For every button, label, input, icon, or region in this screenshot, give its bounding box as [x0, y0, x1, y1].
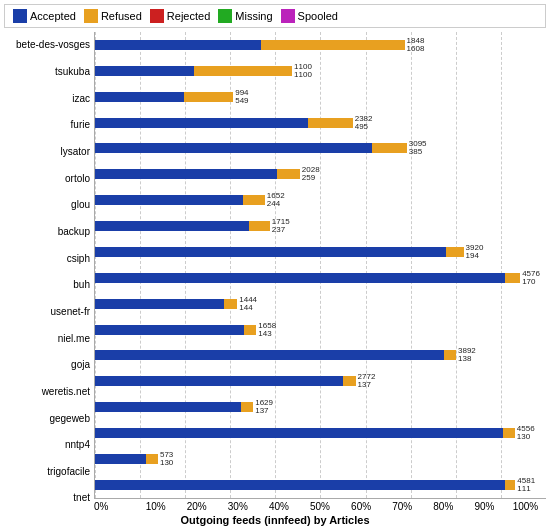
bar-accepted-weretis.net	[95, 376, 343, 386]
bar-row-niel.me: 1658 143	[95, 321, 546, 339]
legend-label-missing: Missing	[235, 10, 272, 22]
x-label-100%: 100%	[505, 501, 546, 512]
bar-row-csiph: 3920 194	[95, 243, 546, 261]
legend-color-accepted	[13, 9, 27, 23]
bar-refused-backup	[249, 221, 270, 231]
legend-color-rejected	[150, 9, 164, 23]
legend-label-rejected: Rejected	[167, 10, 210, 22]
bar-row-glou: 1652 244	[95, 191, 546, 209]
bar-refused-tsukuba	[194, 66, 293, 76]
bar-refused-usenet-fr	[224, 299, 237, 309]
y-label-tnet: tnet	[4, 492, 90, 504]
y-label-bete-des-vosges: bete-des-vosges	[4, 39, 90, 51]
bar-label-goja: 3892 138	[458, 347, 476, 363]
legend-color-missing	[218, 9, 232, 23]
y-label-glou: glou	[4, 199, 90, 211]
y-label-trigofacile: trigofacile	[4, 466, 90, 478]
y-label-gegeweb: gegeweb	[4, 413, 90, 425]
y-label-niel.me: niel.me	[4, 333, 90, 345]
y-label-csiph: csiph	[4, 253, 90, 265]
y-label-usenet-fr: usenet-fr	[4, 306, 90, 318]
bar-row-usenet-fr: 1444 144	[95, 295, 546, 313]
bar-refused-gegeweb	[241, 402, 253, 412]
bar-row-furie: 2382 495	[95, 114, 546, 132]
bar-refused-niel.me	[244, 325, 257, 335]
bar-accepted-tsukuba	[95, 66, 194, 76]
bar-label-gegeweb: 1629 137	[255, 399, 273, 415]
x-label-20%: 20%	[176, 501, 217, 512]
bar-label-izac: 994 549	[235, 89, 248, 105]
bar-label-buh: 4576 170	[522, 270, 540, 286]
y-label-tsukuba: tsukuba	[4, 66, 90, 78]
bar-label-trigofacile: 573 130	[160, 451, 173, 467]
bar-refused-weretis.net	[343, 376, 355, 386]
chart-container: AcceptedRefusedRejectedMissingSpooled be…	[0, 0, 550, 530]
legend-item-accepted: Accepted	[13, 9, 76, 23]
bar-row-nntp4: 4556 130	[95, 424, 546, 442]
bar-refused-furie	[308, 118, 352, 128]
legend-color-spooled	[281, 9, 295, 23]
bar-refused-glou	[243, 195, 265, 205]
bar-row-gegeweb: 1629 137	[95, 398, 546, 416]
x-label-10%: 10%	[135, 501, 176, 512]
bar-row-backup: 1715 237	[95, 217, 546, 235]
bar-accepted-goja	[95, 350, 444, 360]
chart-title: Outgoing feeds (innfeed) by Articles	[4, 514, 546, 526]
bar-accepted-gegeweb	[95, 402, 241, 412]
bar-row-tnet: 4581 111	[95, 476, 546, 494]
bar-label-tnet: 4581 111	[517, 477, 535, 493]
bar-label-nntp4: 4556 130	[517, 425, 535, 441]
legend-label-refused: Refused	[101, 10, 142, 22]
bar-label-tsukuba: 1100 1100	[294, 63, 312, 79]
bar-accepted-backup	[95, 221, 249, 231]
x-label-50%: 50%	[299, 501, 340, 512]
bar-row-tsukuba: 1100 1100	[95, 62, 546, 80]
bar-accepted-buh	[95, 273, 505, 283]
bar-accepted-nntp4	[95, 428, 503, 438]
bar-label-furie: 2382 495	[355, 115, 373, 131]
bar-refused-trigofacile	[146, 454, 158, 464]
bar-accepted-trigofacile	[95, 454, 146, 464]
y-label-izac: izac	[4, 93, 90, 105]
bar-row-izac: 994 549	[95, 88, 546, 106]
bar-accepted-ortolo	[95, 169, 277, 179]
bar-refused-csiph	[446, 247, 463, 257]
legend-item-rejected: Rejected	[150, 9, 210, 23]
bar-refused-lysator	[372, 143, 406, 153]
legend-label-spooled: Spooled	[298, 10, 338, 22]
bar-label-usenet-fr: 1444 144	[239, 296, 257, 312]
x-label-0%: 0%	[94, 501, 135, 512]
bar-accepted-csiph	[95, 247, 446, 257]
legend-item-spooled: Spooled	[281, 9, 338, 23]
bars-wrapper: 1848 16081100 1100994 5492382 4953095 38…	[94, 32, 546, 512]
bar-refused-izac	[184, 92, 233, 102]
x-label-70%: 70%	[382, 501, 423, 512]
bar-label-weretis.net: 2772 137	[358, 373, 376, 389]
x-label-60%: 60%	[341, 501, 382, 512]
bar-row-ortolo: 2028 259	[95, 165, 546, 183]
bar-refused-ortolo	[277, 169, 300, 179]
y-label-weretis.net: weretis.net	[4, 386, 90, 398]
bar-accepted-glou	[95, 195, 243, 205]
y-label-ortolo: ortolo	[4, 173, 90, 185]
bar-refused-goja	[444, 350, 456, 360]
x-axis-labels: 0%10%20%30%40%50%60%70%80%90%100%	[94, 501, 546, 512]
bar-accepted-bete-des-vosges	[95, 40, 261, 50]
bars-area: 1848 16081100 1100994 5492382 4953095 38…	[94, 32, 546, 499]
bar-label-glou: 1652 244	[267, 192, 285, 208]
y-label-lysator: lysator	[4, 146, 90, 158]
legend-item-missing: Missing	[218, 9, 272, 23]
bar-row-weretis.net: 2772 137	[95, 372, 546, 390]
bar-accepted-usenet-fr	[95, 299, 224, 309]
bar-label-bete-des-vosges: 1848 1608	[407, 37, 425, 53]
bar-refused-tnet	[505, 480, 515, 490]
bar-label-lysator: 3095 385	[409, 140, 427, 156]
legend-label-accepted: Accepted	[30, 10, 76, 22]
x-label-80%: 80%	[423, 501, 464, 512]
bar-row-goja: 3892 138	[95, 346, 546, 364]
bar-row-bete-des-vosges: 1848 1608	[95, 36, 546, 54]
legend: AcceptedRefusedRejectedMissingSpooled	[4, 4, 546, 28]
y-label-nntp4: nntp4	[4, 439, 90, 451]
bar-label-ortolo: 2028 259	[302, 166, 320, 182]
bar-accepted-tnet	[95, 480, 505, 490]
